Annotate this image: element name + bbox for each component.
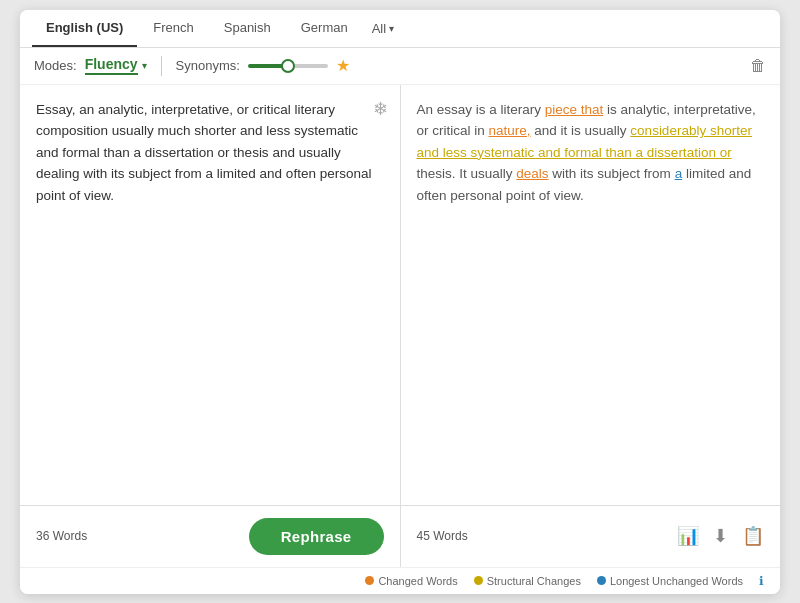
input-pane[interactable]: ❄ Essay, an analytic, interpretative, or… xyxy=(20,85,401,505)
footer-icons: 📊 ⬇ 📋 xyxy=(677,525,764,547)
content-area: ❄ Essay, an analytic, interpretative, or… xyxy=(20,85,780,505)
slider-thumb xyxy=(281,59,295,73)
tab-all-dropdown[interactable]: All ▾ xyxy=(364,11,402,46)
star-icon: ★ xyxy=(336,56,350,75)
seg-4: and it is usually xyxy=(531,123,631,138)
legend-bar: Changed Words Structural Changes Longest… xyxy=(20,567,780,594)
output-word-count: 45 Words xyxy=(417,529,468,543)
info-icon[interactable]: ℹ xyxy=(759,574,764,588)
freeze-icon[interactable]: ❄ xyxy=(373,95,388,124)
structural-changes-label: Structural Changes xyxy=(487,575,581,587)
seg-1: piece that xyxy=(545,102,604,117)
chevron-down-icon: ▾ xyxy=(389,23,394,34)
toolbar-separator xyxy=(161,56,162,76)
legend-changed-words: Changed Words xyxy=(365,575,457,587)
seg-9: a xyxy=(675,166,683,181)
modes-label: Modes: xyxy=(34,58,77,73)
toolbar: Modes: Fluency ▾ Synonyms: ★ 🗑 xyxy=(20,48,780,85)
mode-text: Fluency xyxy=(85,56,138,75)
tab-german[interactable]: German xyxy=(287,10,362,47)
longest-unchanged-label: Longest Unchanged Words xyxy=(610,575,743,587)
input-text: Essay, an analytic, interpretative, or c… xyxy=(36,99,384,207)
changed-words-label: Changed Words xyxy=(378,575,457,587)
chart-icon[interactable]: 📊 xyxy=(677,525,699,547)
mode-chevron-icon: ▾ xyxy=(142,60,147,71)
delete-button[interactable]: 🗑 xyxy=(750,57,766,75)
mode-selector[interactable]: Fluency ▾ xyxy=(85,56,147,75)
seg-0: An essay is a literary xyxy=(417,102,545,117)
synonyms-slider[interactable] xyxy=(248,64,328,68)
footer-left: 36 Words Rephrase xyxy=(20,506,401,567)
changed-words-dot xyxy=(365,576,374,585)
seg-7: deals xyxy=(516,166,548,181)
legend-longest-unchanged: Longest Unchanged Words xyxy=(597,575,743,587)
structural-changes-dot xyxy=(474,576,483,585)
footer-right: 45 Words 📊 ⬇ 📋 xyxy=(401,506,781,567)
longest-unchanged-dot xyxy=(597,576,606,585)
input-word-count: 36 Words xyxy=(36,529,87,543)
synonyms-label: Synonyms: xyxy=(176,58,240,73)
download-icon[interactable]: ⬇ xyxy=(713,525,728,547)
seg-6: thesis. It usually xyxy=(417,166,517,181)
legend-structural-changes: Structural Changes xyxy=(474,575,581,587)
output-pane: An essay is a literary piece that is ana… xyxy=(401,85,781,505)
tab-spanish[interactable]: Spanish xyxy=(210,10,285,47)
tab-english[interactable]: English (US) xyxy=(32,10,137,47)
footer: 36 Words Rephrase 45 Words 📊 ⬇ 📋 xyxy=(20,505,780,567)
output-text: An essay is a literary piece that is ana… xyxy=(417,99,765,207)
copy-icon[interactable]: 📋 xyxy=(742,525,764,547)
seg-8: with its subject from xyxy=(549,166,675,181)
tabs-bar: English (US) French Spanish German All ▾ xyxy=(20,10,780,48)
seg-3: nature, xyxy=(489,123,531,138)
rephrase-button[interactable]: Rephrase xyxy=(249,518,384,555)
tab-french[interactable]: French xyxy=(139,10,207,47)
